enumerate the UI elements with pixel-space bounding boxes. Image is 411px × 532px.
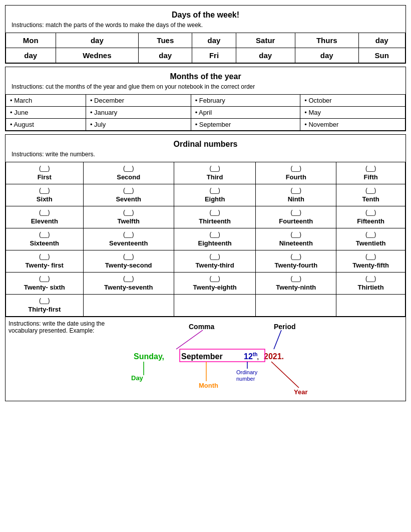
month-item: May [304, 109, 321, 116]
ordinal-cell: (__)Ninth [256, 184, 336, 206]
ordinal-cell: (__)Twenty-seventh [83, 272, 174, 294]
days-cell: Thurs [295, 33, 358, 48]
ordinal-bracket: (__) [7, 186, 82, 195]
days-header: Days of the week! Instructions: match th… [6, 6, 405, 33]
ordinal-bracket: (__) [175, 252, 254, 261]
month-item: July [90, 121, 106, 128]
ordinal-bracket: (__) [257, 230, 335, 239]
month-item: October [304, 97, 331, 104]
ordinal-bracket: (__) [257, 186, 335, 195]
days-instructions: Instructions: match the parts of the wor… [9, 21, 402, 31]
ordinal-cell: (__)Twenty-ninth [256, 272, 336, 294]
days-cell: day [236, 48, 295, 63]
days-cell: day [358, 33, 405, 48]
section-months: Months of the year Instructions: cut the… [5, 67, 406, 131]
date-text: 12 [244, 352, 253, 361]
date-diagram: Comma Period Sunday, September 12 th , 2… [129, 320, 319, 398]
ordinal-bracket: (__) [337, 164, 404, 173]
ordinal-cell [256, 294, 336, 316]
ordinal-cell [336, 294, 405, 316]
month-item: April [195, 109, 212, 116]
ordinal-cell: (__)Twenty- first [6, 250, 84, 272]
ordinal-cell: (__)Nineteenth [256, 228, 336, 250]
ordinal-bracket: (__) [85, 230, 173, 239]
ordinal-cell: (__)Sixteenth [6, 228, 84, 250]
month-cell: June [6, 107, 86, 119]
ordinal-cell: (__)Twenty-second [83, 250, 174, 272]
ordinal-bracket: (__) [7, 297, 82, 305]
days-cell: day [139, 48, 192, 63]
bottom-section: Instructions: write the date using the v… [6, 317, 405, 401]
ordinal-bracket: (__) [85, 186, 173, 195]
month-cell: April [191, 107, 300, 119]
ordinal-cell: (__)Fourteenth [256, 206, 336, 228]
days-cell: day [6, 48, 56, 63]
ordinal-cell: (__)Fourth [256, 162, 336, 184]
ordinal-bracket: (__) [175, 186, 254, 195]
year-label: Year [294, 388, 307, 396]
month-label: Month [199, 382, 218, 389]
september-text: September [181, 352, 223, 361]
months-instructions: Instructions: cut the months of the year… [9, 82, 402, 92]
ordinal-cell: (__)Second [83, 162, 174, 184]
month-item: August [10, 121, 34, 128]
ordinal-cell: (__)Eighteenth [174, 228, 255, 250]
ordinals-table: (__)First(__)Second(__)Third(__)Fourth(_… [6, 162, 405, 317]
months-header: Months of the year Instructions: cut the… [6, 67, 405, 94]
diagram-svg: Comma Period Sunday, September 12 th , 2… [129, 320, 319, 398]
month-item: February [195, 97, 225, 104]
ordinal-bracket: (__) [337, 186, 404, 195]
ordinal-bracket: (__) [7, 275, 82, 283]
ordinal-cell: (__)First [6, 162, 84, 184]
ordinal-bracket: (__) [85, 252, 173, 261]
ordinal-cell: (__)Twenty-fifth [336, 250, 405, 272]
section-days: Days of the week! Instructions: match th… [5, 5, 406, 64]
month-item: June [10, 109, 28, 116]
ordinal-cell: (__)Seventeenth [83, 228, 174, 250]
months-title: Months of the year [9, 69, 402, 82]
month-cell: February [191, 95, 300, 107]
bottom-instructions: Instructions: write the date using the v… [9, 320, 119, 334]
comma-arrow [176, 330, 203, 349]
ordinal-label2: number [236, 376, 255, 382]
ordinal-bracket: (__) [175, 208, 254, 217]
ordinal-bracket: (__) [175, 164, 254, 173]
ordinal-bracket: (__) [257, 252, 335, 261]
days-cell: day [56, 33, 139, 48]
period-label: Period [274, 323, 296, 331]
days-cell: Sun [358, 48, 405, 63]
section-ordinals: Ordinal numbers Instructions: write the … [5, 134, 406, 401]
days-title: Days of the week! [9, 8, 402, 21]
ordinal-cell: (__)Seventh [83, 184, 174, 206]
comma-label: Comma [189, 323, 215, 331]
ordinals-header: Ordinal numbers Instructions: write the … [6, 135, 405, 162]
ordinal-cell [83, 294, 174, 316]
month-item: November [304, 121, 338, 128]
ordinal-bracket: (__) [7, 230, 82, 239]
ordinal-bracket: (__) [175, 275, 254, 283]
month-cell: December [86, 95, 191, 107]
ordinal-bracket: (__) [257, 164, 335, 173]
ordinal-cell: (__)Eleventh [6, 206, 84, 228]
ordinals-instructions: Instructions: write the numbers. [9, 150, 402, 160]
ordinal-cell: (__)Eighth [174, 184, 255, 206]
ordinal-bracket: (__) [7, 208, 82, 217]
ordinal-bracket: (__) [7, 164, 82, 173]
ordinals-title: Ordinal numbers [9, 137, 402, 150]
ordinal-cell: (__)Twenty-eighth [174, 272, 255, 294]
day-label: Day [131, 374, 144, 382]
month-cell: September [191, 119, 300, 131]
ordinal-bracket: (__) [85, 275, 173, 283]
ordinal-cell: (__)Thirty-first [6, 294, 84, 316]
ordinal-cell: (__)Twentieth [336, 228, 405, 250]
month-cell: May [300, 107, 405, 119]
ordinal-cell: (__)Thirteenth [174, 206, 255, 228]
ordinal-cell: (__)Twenty- sixth [6, 272, 84, 294]
month-item: January [90, 109, 117, 116]
ordinal-bracket: (__) [257, 275, 335, 283]
ordinal-bracket: (__) [337, 208, 404, 217]
period-arrow [274, 330, 281, 349]
month-cell: October [300, 95, 405, 107]
ordinal-cell: (__)Sixth [6, 184, 84, 206]
ordinal-cell: (__)Twenty-third [174, 250, 255, 272]
